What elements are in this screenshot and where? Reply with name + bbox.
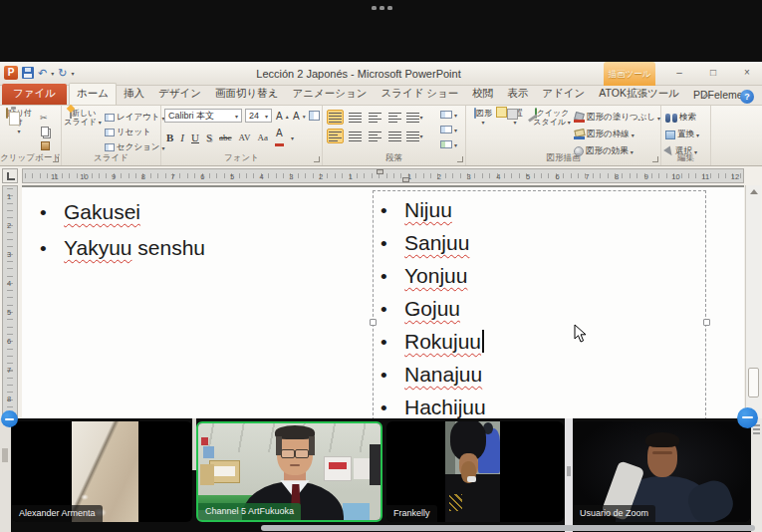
- drawing-group-label: 図形描画: [466, 152, 660, 164]
- powerpoint-logo-icon[interactable]: P: [4, 66, 18, 80]
- align-center-button[interactable]: [347, 129, 364, 143]
- cut-button[interactable]: ✂: [40, 113, 48, 123]
- font-group-label: フォント: [161, 152, 322, 164]
- scrollbar-thumb[interactable]: [748, 368, 759, 398]
- clipboard-dialog-launcher-icon[interactable]: [53, 156, 59, 162]
- qat-customize-icon[interactable]: ▾: [71, 70, 74, 77]
- tab-home[interactable]: ホーム: [69, 83, 117, 105]
- layout-button[interactable]: レイアウト▾: [105, 112, 165, 124]
- tab-selector[interactable]: [2, 168, 18, 183]
- tab-animations[interactable]: アニメーション: [285, 84, 374, 105]
- video-tile-usuario[interactable]: Usuario de Zoom: [573, 421, 750, 522]
- quick-styles-button[interactable]: クイック スタイル ▾: [532, 109, 572, 128]
- font-size-combobox[interactable]: 24▾: [245, 109, 272, 123]
- slide-canvas[interactable]: •Gakusei•Yakyuu senshu •Nijuu•Sanjuu•Yon…: [22, 185, 744, 418]
- convert-smartart-button[interactable]: ▾: [440, 140, 457, 148]
- shrink-font-button[interactable]: A▼: [293, 111, 307, 122]
- align-right-button[interactable]: [367, 129, 383, 143]
- drawing-dialog-launcher-icon[interactable]: [652, 156, 658, 162]
- horizontal-ruler[interactable]: 1110987654321123456789101112: [22, 168, 744, 183]
- tab-addins[interactable]: アドイン: [535, 84, 592, 105]
- video-strip-scrollbar[interactable]: [261, 525, 755, 531]
- decrease-indent-button[interactable]: [367, 110, 383, 125]
- bullets-button[interactable]: [327, 110, 344, 125]
- contextual-tab-group-drawing-tools: 描画ツール: [604, 62, 655, 86]
- line-spacing-icon: [406, 113, 419, 123]
- undo-dropdown-icon[interactable]: ▾: [51, 70, 54, 77]
- ruler-number: 6: [200, 172, 204, 181]
- tab-transitions[interactable]: 画面切り替え: [208, 84, 286, 105]
- font-color-button[interactable]: A: [275, 129, 284, 146]
- window-fragment-left: [0, 418, 11, 532]
- italic-button[interactable]: I: [180, 132, 184, 143]
- help-button[interactable]: ?: [740, 90, 754, 104]
- font-dialog-launcher-icon[interactable]: [314, 156, 320, 162]
- find-button[interactable]: 検索: [665, 112, 696, 124]
- vertical-ruler[interactable]: 12345678: [2, 185, 18, 418]
- tab-slideshow[interactable]: スライド ショー: [374, 84, 465, 105]
- selected-placeholder-border[interactable]: [373, 190, 706, 420]
- first-line-indent-marker[interactable]: [377, 169, 383, 174]
- clear-formatting-button[interactable]: [309, 111, 320, 121]
- redo-icon[interactable]: ↻: [58, 67, 67, 79]
- character-spacing-button[interactable]: AV: [239, 133, 251, 142]
- ruler-number: 4: [496, 172, 500, 181]
- shape-fill-button[interactable]: 図形の塗りつぶし▾: [574, 112, 660, 124]
- shape-outline-button[interactable]: 図形の枠線▾: [574, 129, 635, 140]
- video-tile-frankelly[interactable]: Frankelly: [386, 421, 564, 522]
- resize-handle-right[interactable]: [703, 319, 710, 326]
- scroll-up-icon[interactable]: [750, 189, 758, 194]
- paragraph-row-1: ▾: [327, 110, 423, 125]
- text-shadow-button[interactable]: S: [206, 132, 212, 143]
- underline-button[interactable]: U: [191, 132, 199, 143]
- line-spacing-button[interactable]: ▾: [406, 110, 423, 125]
- paste-button[interactable]: 貼り付け ▾: [3, 109, 35, 136]
- paragraph-dialog-launcher-icon[interactable]: [457, 156, 463, 162]
- video-tile-channel5[interactable]: Channel 5 ArtFukuoka: [196, 421, 382, 522]
- align-left-icon: [329, 132, 342, 141]
- close-button[interactable]: ×: [735, 66, 759, 81]
- justify-button[interactable]: [386, 129, 403, 143]
- tab-atok[interactable]: ATOK拡張ツール: [592, 84, 686, 105]
- reset-button[interactable]: リセット: [105, 127, 151, 138]
- align-text-button[interactable]: ▾: [440, 126, 457, 133]
- increase-indent-button[interactable]: [386, 110, 403, 125]
- window-fragment-gap3: [565, 418, 573, 532]
- grow-font-button[interactable]: A▲: [276, 111, 290, 122]
- undo-icon[interactable]: ↶: [38, 67, 47, 79]
- change-case-button[interactable]: Aa: [257, 133, 268, 142]
- copy-button[interactable]: [41, 127, 49, 136]
- tab-insert[interactable]: 挿入: [117, 84, 151, 105]
- tab-design[interactable]: デザイン: [151, 84, 208, 105]
- minimize-button[interactable]: –: [667, 66, 691, 81]
- numbering-button[interactable]: [347, 110, 364, 125]
- new-slide-button[interactable]: 新しい スライド ▾: [64, 109, 102, 128]
- video-tile-alexander[interactable]: Alexander Armenta: [12, 421, 192, 522]
- bold-button[interactable]: B: [166, 132, 173, 143]
- hanging-indent-marker[interactable]: [402, 177, 409, 182]
- font-name-combobox[interactable]: Calibri 本文▾: [164, 109, 242, 123]
- maximize-button[interactable]: □: [701, 66, 725, 81]
- left-text-placeholder[interactable]: •Gakusei•Yakyuu senshu: [40, 194, 205, 266]
- arrange-button[interactable]: 配置▾: [500, 109, 530, 128]
- tab-view[interactable]: 表示: [500, 84, 535, 105]
- tab-review[interactable]: 校閲: [465, 84, 500, 105]
- ruler-number: 1: [349, 172, 353, 181]
- scissors-icon: ✂: [40, 113, 48, 123]
- ruler-number: 11: [701, 172, 709, 181]
- ribbon-collapse-icon[interactable]: [702, 93, 710, 101]
- save-icon[interactable]: [22, 67, 34, 79]
- annotation-bubble-left-icon[interactable]: [1, 410, 18, 427]
- shapes-button[interactable]: 図形▾: [468, 109, 498, 128]
- align-left-button[interactable]: [327, 129, 344, 143]
- strikethrough-button[interactable]: abc: [219, 133, 232, 142]
- annotation-bubble-right-icon[interactable]: [737, 407, 758, 428]
- tab-format[interactable]: 書式: [758, 84, 762, 105]
- resize-handle-left[interactable]: [370, 319, 377, 326]
- replace-button[interactable]: 置換▾: [665, 129, 699, 140]
- format-painter-button[interactable]: [41, 141, 50, 150]
- drawing-group: 図形▾ 配置▾ クイック スタイル ▾ 図形の塗りつぶし▾ 図形の枠線▾: [466, 106, 661, 165]
- tab-file[interactable]: ファイル: [2, 84, 67, 105]
- text-direction-button[interactable]: ▾: [440, 111, 457, 119]
- columns-button[interactable]: ▾: [406, 129, 423, 143]
